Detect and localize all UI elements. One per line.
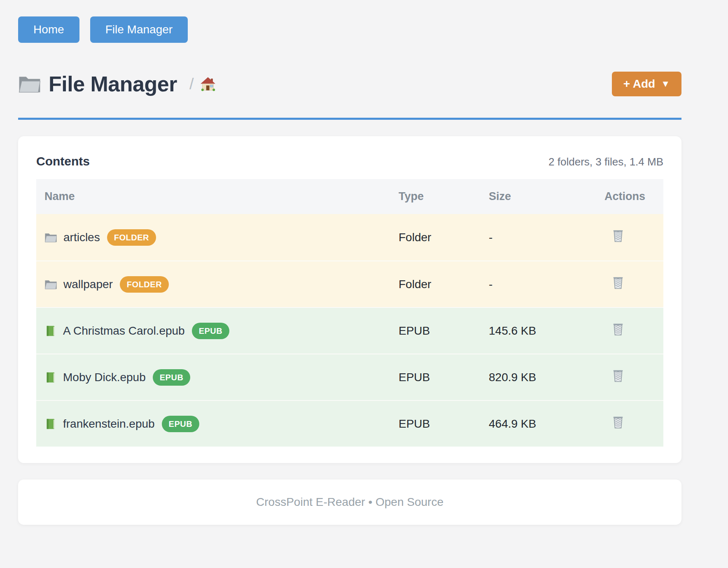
file-name[interactable]: wallpaper: [63, 278, 113, 291]
column-header-name: Name: [36, 190, 399, 203]
title-divider: [18, 118, 681, 120]
house-icon[interactable]: [200, 76, 216, 92]
file-size: -: [489, 231, 604, 244]
delete-button[interactable]: [611, 275, 625, 290]
contents-summary: 2 folders, 3 files, 1.4 MB: [548, 156, 663, 168]
table-row: Moby Dick.epub EPUB EPUB 820.9 KB: [36, 354, 663, 400]
add-button[interactable]: + Add ▼: [612, 72, 681, 96]
contents-title: Contents: [36, 154, 90, 168]
footer-text: CrossPoint E-Reader • Open Source: [256, 496, 443, 509]
add-button-label: + Add: [623, 77, 656, 91]
file-table: Name Type Size Actions articl: [36, 179, 663, 447]
green-book-icon: [44, 325, 57, 337]
file-name[interactable]: frankenstein.epub: [63, 417, 155, 431]
green-book-icon: [44, 418, 57, 430]
wastebasket-icon: [611, 322, 625, 337]
wastebasket-icon: [611, 415, 625, 430]
page-header: File Manager / + Add ▼: [18, 72, 681, 96]
table-row: frankenstein.epub EPUB EPUB 464.9 KB: [36, 400, 663, 447]
type-badge: EPUB: [162, 416, 200, 432]
wastebasket-icon: [611, 368, 625, 383]
file-name[interactable]: Moby Dick.epub: [63, 371, 146, 384]
file-type: EPUB: [399, 371, 489, 384]
delete-button[interactable]: [611, 322, 625, 337]
breadcrumb-separator: /: [189, 75, 194, 93]
column-header-size: Size: [489, 190, 604, 203]
open-folder-icon: [18, 74, 41, 93]
type-badge: FOLDER: [120, 276, 169, 293]
file-size: 820.9 KB: [489, 371, 604, 384]
file-type: EPUB: [399, 417, 489, 431]
type-badge: EPUB: [153, 369, 191, 386]
type-badge: FOLDER: [107, 229, 156, 246]
nav-file-manager-button[interactable]: File Manager: [90, 16, 188, 43]
file-type: Folder: [399, 278, 489, 291]
file-size: 145.6 KB: [489, 324, 604, 338]
delete-button[interactable]: [611, 228, 625, 243]
top-nav: Home File Manager: [18, 16, 681, 43]
column-header-type: Type: [399, 190, 489, 203]
file-type: Folder: [399, 231, 489, 244]
table-body: articles FOLDER Folder -: [36, 214, 663, 447]
type-badge: EPUB: [192, 323, 230, 339]
folder-icon: [44, 279, 57, 290]
file-size: 464.9 KB: [489, 417, 604, 431]
file-size: -: [489, 278, 604, 291]
table-row: wallpaper FOLDER Folder -: [36, 261, 663, 307]
file-type: EPUB: [399, 324, 489, 338]
chevron-down-icon: ▼: [661, 79, 670, 89]
table-row: A Christmas Carol.epub EPUB EPUB 145.6 K…: [36, 307, 663, 354]
delete-button[interactable]: [611, 368, 625, 383]
nav-home-button[interactable]: Home: [18, 16, 79, 43]
delete-button[interactable]: [611, 415, 625, 430]
table-row: articles FOLDER Folder -: [36, 214, 663, 261]
file-name[interactable]: articles: [63, 231, 100, 244]
page: Home File Manager File Manager /: [18, 0, 681, 525]
column-header-actions: Actions: [604, 190, 663, 203]
page-title: File Manager: [49, 72, 177, 96]
file-name[interactable]: A Christmas Carol.epub: [63, 324, 185, 338]
table-header-row: Name Type Size Actions: [36, 179, 663, 214]
wastebasket-icon: [611, 275, 625, 290]
green-book-icon: [44, 371, 57, 384]
folder-icon: [44, 232, 57, 243]
wastebasket-icon: [611, 228, 625, 243]
footer: CrossPoint E-Reader • Open Source: [18, 480, 681, 525]
contents-card: Contents 2 folders, 3 files, 1.4 MB Name…: [18, 136, 681, 463]
